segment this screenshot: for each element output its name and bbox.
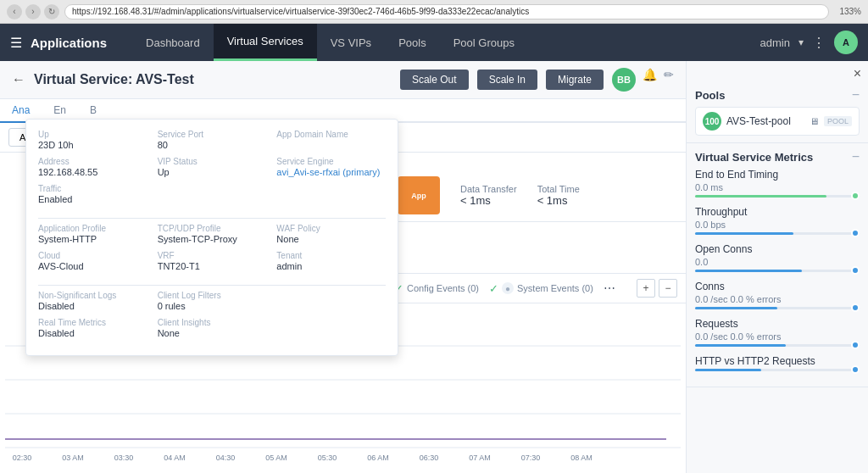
metric-value-1: 0.0 bps xyxy=(695,220,860,230)
config-events[interactable]: ✓ Config Events (0) xyxy=(394,282,479,295)
vip-status-label: VIP Status xyxy=(158,157,267,166)
svg-text:06 AM: 06 AM xyxy=(367,454,389,462)
data-transfer-value: < 1ms xyxy=(460,194,517,207)
service-port-value: 80 xyxy=(158,140,267,150)
app-icon-box[interactable]: App xyxy=(398,176,440,214)
bell-icon[interactable]: 🔔 xyxy=(643,68,657,92)
browser-nav-buttons: ‹ › ↻ xyxy=(7,4,59,19)
pools-section-header: Pools − xyxy=(695,88,860,102)
migrate-button[interactable]: Migrate xyxy=(546,70,604,90)
metric-value-4: 0.0 /sec 0.0 % errors xyxy=(695,331,860,342)
svg-text:05 AM: 05 AM xyxy=(265,454,287,462)
edit-icon[interactable]: ✏ xyxy=(664,68,674,92)
app-metric-app: App xyxy=(398,176,440,214)
metric-dot-5 xyxy=(851,365,860,374)
service-port-field: Service Port 80 xyxy=(158,130,267,150)
back-button[interactable]: ‹ xyxy=(7,4,22,19)
tenant-label: Tenant xyxy=(276,251,386,260)
metric-bar-1 xyxy=(695,232,860,235)
metric-name-0: End to End Timing xyxy=(695,169,860,181)
system-events-check-icon: ✓ xyxy=(489,282,498,295)
nav-vs-vips[interactable]: VS VIPs xyxy=(317,24,385,61)
pools-collapse-button[interactable]: − xyxy=(852,88,860,102)
vs-metrics-header: Virtual Service Metrics − xyxy=(695,150,860,164)
system-events[interactable]: ✓ ● System Events (0) xyxy=(489,282,593,295)
url-text: https://192.168.48.31/#/admin/applicatio… xyxy=(72,7,529,16)
nav-pool-groups[interactable]: Pool Groups xyxy=(440,24,528,61)
metric-name-5: HTTP vs HTTP2 Requests xyxy=(695,355,860,367)
total-time-metric: Total Time < 1ms xyxy=(537,184,580,207)
client-log-value: 0 rules xyxy=(158,301,267,311)
app-profile-label: Application Profile xyxy=(38,224,147,233)
metric-item-0: End to End Timing 0.0 ms xyxy=(695,169,860,198)
forward-button[interactable]: › xyxy=(25,4,41,19)
metric-value-3: 0.0 /sec 0.0 % errors xyxy=(695,294,860,304)
hamburger-icon[interactable]: ☰ xyxy=(10,35,22,51)
service-engine-value[interactable]: avi_Avi-se-rfxai (primary) xyxy=(276,167,386,177)
user-avatar-icon: BB xyxy=(612,68,636,92)
svg-text:05:30: 05:30 xyxy=(318,454,337,462)
header-icons: BB 🔔 ✏ xyxy=(612,68,674,92)
nav-dashboard[interactable]: Dashboard xyxy=(132,24,214,61)
main-navigation: ☰ Applications Dashboard Virtual Service… xyxy=(0,24,868,61)
metric-bar-4 xyxy=(695,344,860,347)
metric-bar-3 xyxy=(695,307,860,309)
url-bar[interactable]: https://192.168.48.31/#/admin/applicatio… xyxy=(64,4,829,19)
metric-item-3: Conns 0.0 /sec 0.0 % errors xyxy=(695,281,860,309)
metric-bar-fill-2 xyxy=(695,270,802,272)
client-insights-value: None xyxy=(158,328,267,338)
metrics-container: End to End Timing 0.0 ms Throughput 0.0 … xyxy=(695,169,860,371)
scale-out-button[interactable]: Scale Out xyxy=(400,70,469,90)
app-domain-label: App Domain Name xyxy=(276,130,386,139)
back-arrow-icon[interactable]: ← xyxy=(12,72,25,87)
app-profile-value: System-HTTP xyxy=(38,234,147,244)
nav-pools[interactable]: Pools xyxy=(385,24,440,61)
metric-item-5: HTTP vs HTTP2 Requests xyxy=(695,355,860,371)
metric-bar-fill-0 xyxy=(695,195,826,198)
admin-dropdown-icon[interactable]: ▾ xyxy=(798,36,804,48)
pool-type-badge: POOL xyxy=(824,116,852,126)
waf-field: WAF Policy None xyxy=(276,224,386,244)
cloud-field: Cloud AVS-Cloud xyxy=(38,251,147,271)
events-minus-button[interactable]: − xyxy=(659,279,677,298)
events-more-icon[interactable]: ⋯ xyxy=(604,281,615,295)
browser-bar: ‹ › ↻ https://192.168.48.31/#/admin/appl… xyxy=(0,0,868,24)
nav-avatar[interactable]: A xyxy=(834,31,858,54)
vrf-value: TNT20-T1 xyxy=(158,261,267,271)
main-content: ← Virtual Service: AVS-Test Scale Out Sc… xyxy=(0,61,868,473)
close-button[interactable]: × xyxy=(854,66,861,81)
pool-badge: 100 xyxy=(703,112,721,131)
nav-virtual-services[interactable]: Virtual Services xyxy=(214,24,317,61)
events-plus-button[interactable]: + xyxy=(637,279,655,298)
pool-item[interactable]: 100 AVS-Test-pool 🖥 POOL xyxy=(695,107,860,136)
vs-metrics-title: Virtual Service Metrics xyxy=(695,151,813,164)
more-options-icon[interactable]: ⋮ xyxy=(812,35,826,51)
metric-name-3: Conns xyxy=(695,281,860,292)
non-sig-value: Disabled xyxy=(38,301,147,311)
metric-bar-fill-1 xyxy=(695,232,793,235)
cloud-label: Cloud xyxy=(38,251,147,260)
nav-right: admin ▾ ⋮ A xyxy=(760,31,858,54)
scale-in-button[interactable]: Scale In xyxy=(477,70,537,90)
client-insights-label: Client Insights xyxy=(158,318,267,327)
system-events-label: System Events (0) xyxy=(517,283,593,293)
vs-title: Virtual Service: AVS-Test xyxy=(34,72,392,87)
system-events-circle-icon: ● xyxy=(502,282,514,294)
metric-bar-fill-4 xyxy=(695,344,786,347)
metric-item-4: Requests 0.0 /sec 0.0 % errors xyxy=(695,318,860,347)
service-engine-label: Service Engine xyxy=(276,157,386,166)
uptime-value: 23D 10h xyxy=(38,140,147,150)
vs-info-card: Up 23D 10h Service Port 80 App Domain Na… xyxy=(25,119,398,356)
refresh-button[interactable]: ↻ xyxy=(44,4,59,19)
realtime-value: Disabled xyxy=(38,328,147,338)
up-label: Up xyxy=(38,130,147,139)
vip-status-value: Up xyxy=(158,167,267,177)
svg-text:06:30: 06:30 xyxy=(420,454,439,462)
data-transfer-metric: Data Transfer < 1ms xyxy=(460,184,517,207)
client-log-field: Client Log Filters 0 rules xyxy=(158,291,267,311)
admin-label: admin xyxy=(760,36,790,49)
non-sig-label: Non-Significant Logs xyxy=(38,291,147,300)
realtime-label: Real Time Metrics xyxy=(38,318,147,327)
nav-items: Dashboard Virtual Services VS VIPs Pools… xyxy=(132,24,760,61)
vs-metrics-collapse-button[interactable]: − xyxy=(852,150,860,164)
